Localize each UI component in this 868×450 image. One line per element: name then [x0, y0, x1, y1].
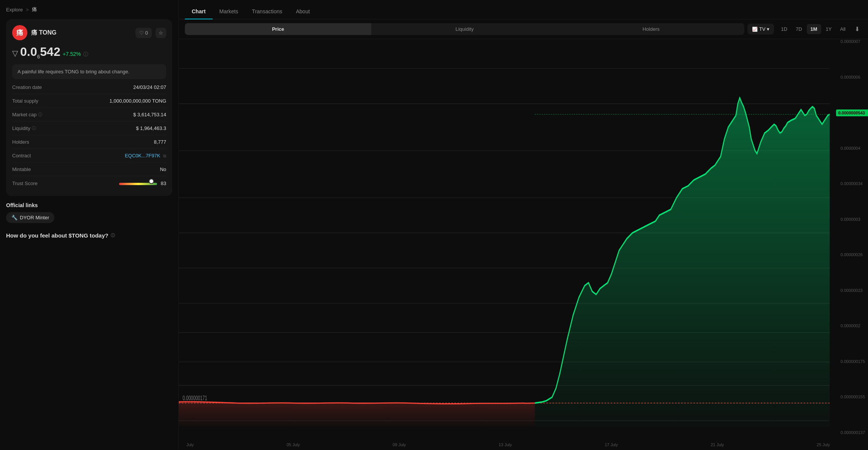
time-btn-all[interactable]: All [836, 24, 849, 34]
dyor-label: DYOR Minter [20, 215, 49, 220]
price-display: ▽ 0.06542 +7.52% ⓘ [12, 45, 166, 60]
x-label-july: July [186, 442, 194, 447]
left-panel: Explore > 痛 痛 痛 TONG ♡ 0 ☆ ▽ [0, 0, 179, 450]
tab-chart[interactable]: Chart [185, 5, 213, 19]
tv-label: TV [759, 26, 766, 32]
x-label-09july: 09 July [393, 442, 406, 447]
stat-row-mintable: Mintable No [12, 163, 166, 176]
tv-chevron-icon: ▾ [767, 26, 769, 32]
official-links-section: Official links 🔧 DYOR Minter [6, 202, 172, 223]
token-actions: ♡ 0 ☆ [135, 28, 166, 38]
token-stats: Creation date 24/03/24 02:07 Total suppl… [12, 81, 166, 190]
heart-icon: ♡ [139, 30, 144, 36]
current-price-text: 0.0000000543 [838, 111, 865, 115]
token-header: 痛 痛 TONG ♡ 0 ☆ [12, 25, 166, 40]
x-label-13july: 13 July [499, 442, 512, 447]
trust-score-bar-container [119, 180, 157, 186]
trust-score-thumb [149, 179, 154, 184]
stat-value-liquidity: $ 1,964,463.3 [136, 125, 166, 131]
description-box: A painful life requires TONG to bring ab… [12, 64, 166, 79]
stat-row-supply: Total supply 1,000,000,000,000 TONG [12, 94, 166, 108]
chart-type-price[interactable]: Price [185, 23, 371, 35]
tool-icon: 🔧 [11, 215, 17, 220]
stat-label-liquidity: Liquidity ⓘ [12, 125, 36, 131]
stat-row-creation: Creation date 24/03/24 02:07 [12, 81, 166, 94]
token-identity: 痛 痛 TONG [12, 25, 56, 40]
stat-value-holders: 8,777 [154, 139, 166, 145]
sentiment-info-icon[interactable]: ⓘ [111, 233, 115, 238]
price-symbol: ▽ [12, 49, 18, 58]
chart-type-liquidity[interactable]: Liquidity [371, 23, 558, 35]
stat-label-mintable: Mintable [12, 166, 31, 172]
tabs-bar: Chart Markets Transactions About [179, 0, 868, 19]
x-label-05july: 05 July [286, 442, 300, 447]
breadcrumb-separator: > [26, 7, 29, 13]
svg-text:0.000000171: 0.000000171 [183, 394, 207, 401]
stat-label-trust: Trust Score [12, 181, 38, 186]
chart-area: 0.000000171 0.0000007 0.0000006 0.000000… [179, 39, 868, 450]
sentiment-section: How do you feel about $TONG today? ⓘ [6, 228, 172, 243]
price-change: +7.52% [63, 51, 81, 57]
description-text: A painful life requires TONG to bring ab… [17, 69, 129, 74]
price-main-text: 0.0 [20, 45, 37, 59]
time-btn-1y[interactable]: 1Y [822, 24, 836, 34]
token-name: 痛 TONG [31, 29, 56, 37]
stat-value-trust: 83 [161, 181, 166, 186]
download-button[interactable]: ⬇ [852, 23, 862, 35]
heart-count: 0 [145, 30, 148, 36]
stat-label-supply: Total supply [12, 98, 38, 104]
time-btn-1d[interactable]: 1D [777, 24, 791, 34]
price-main: 0.06542 [20, 45, 60, 60]
sentiment-title-text: How do you feel about $TONG today? [6, 232, 108, 239]
tab-markets[interactable]: Markets [213, 5, 245, 19]
x-axis-labels: July 05 July 09 July 13 July 17 July 21 … [186, 442, 830, 447]
info-icon[interactable]: ⓘ [83, 51, 88, 58]
tab-transactions[interactable]: Transactions [245, 5, 289, 19]
price-decimal: 542 [40, 45, 60, 59]
breadcrumb-current: 痛 [32, 6, 37, 13]
copy-icon[interactable]: ⧉ [163, 154, 166, 158]
token-card: 痛 痛 TONG ♡ 0 ☆ ▽ 0.06542 +7.52% ⓘ [6, 19, 172, 196]
token-logo-text: 痛 [16, 28, 23, 37]
chart-type-holders[interactable]: Holders [558, 23, 744, 35]
breadcrumb-explore[interactable]: Explore [6, 7, 23, 13]
liquidity-info-icon[interactable]: ⓘ [32, 125, 36, 131]
tradingview-button[interactable]: 📈 TV ▾ [747, 24, 774, 35]
stat-row-trust: Trust Score 83 [12, 176, 166, 190]
download-icon: ⬇ [855, 26, 860, 32]
chart-controls: Price Liquidity Holders 📈 TV ▾ 1D 7D 1M … [179, 19, 868, 39]
right-panel: Chart Markets Transactions About Price L… [179, 0, 868, 450]
marketcap-info-icon[interactable]: ⓘ [38, 112, 42, 117]
dyor-minter-button[interactable]: 🔧 DYOR Minter [6, 212, 54, 223]
token-logo: 痛 [12, 25, 27, 40]
stat-label-creation: Creation date [12, 84, 42, 90]
time-btn-1m[interactable]: 1M [807, 24, 821, 34]
breadcrumb: Explore > 痛 [6, 6, 172, 13]
tv-logo: 📈 [752, 27, 758, 32]
chart-svg: 0.000000171 [179, 39, 868, 450]
stat-value-contract[interactable]: EQC0K...7F97K ⧉ [125, 153, 166, 158]
star-button[interactable]: ☆ [156, 28, 166, 38]
stat-value-marketcap: $ 3,614,753.14 [133, 112, 166, 117]
time-btn-7d[interactable]: 7D [792, 24, 806, 34]
stat-value-creation: 24/03/24 02:07 [133, 84, 166, 90]
current-price-badge: 0.0000000543 [836, 109, 868, 116]
x-label-17july: 17 July [605, 442, 618, 447]
official-links-title: Official links [6, 202, 172, 208]
stat-row-liquidity: Liquidity ⓘ $ 1,964,463.3 [12, 122, 166, 135]
heart-button[interactable]: ♡ 0 [135, 28, 152, 38]
x-label-25july: 25 July [817, 442, 830, 447]
stat-value-supply: 1,000,000,000,000 TONG [110, 98, 166, 104]
stat-label-contract: Contract [12, 153, 31, 158]
chart-type-group: Price Liquidity Holders [185, 23, 744, 35]
trust-right: 83 [119, 180, 166, 186]
x-label-21july: 21 July [711, 442, 724, 447]
time-group: 1D 7D 1M 1Y All [777, 24, 849, 34]
stat-row-marketcap: Market cap ⓘ $ 3,614,753.14 [12, 108, 166, 122]
stat-value-mintable: No [160, 166, 166, 172]
stat-row-contract: Contract EQC0K...7F97K ⧉ [12, 149, 166, 163]
stat-label-marketcap: Market cap ⓘ [12, 112, 42, 117]
star-icon: ☆ [159, 30, 163, 36]
tab-about[interactable]: About [289, 5, 317, 19]
stat-label-holders: Holders [12, 139, 29, 145]
